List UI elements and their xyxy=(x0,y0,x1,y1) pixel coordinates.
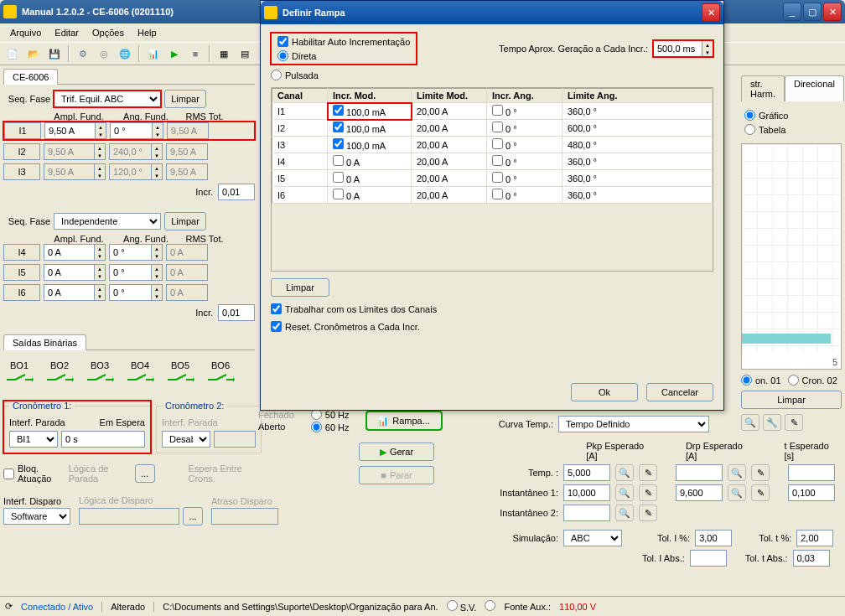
60hz-radio[interactable] xyxy=(311,422,322,432)
channel-i1-button[interactable]: I1 xyxy=(4,122,41,139)
bloq-checkbox[interactable] xyxy=(3,468,14,479)
inst1-input[interactable] xyxy=(563,484,610,501)
menu-opcoes[interactable]: Opções xyxy=(86,26,131,39)
save-icon[interactable]: 💾 xyxy=(45,44,64,63)
play-icon[interactable]: ▶ xyxy=(165,44,184,63)
incmod-checkbox[interactable] xyxy=(333,172,344,183)
channel-i3-button[interactable]: I3 xyxy=(3,163,40,180)
dialog-close-button[interactable]: ✕ xyxy=(702,3,720,22)
tesp-temp-input[interactable] xyxy=(788,464,835,481)
minimize-button[interactable]: _ xyxy=(783,3,801,21)
switch-open-icon[interactable] xyxy=(126,372,154,387)
direta-radio[interactable] xyxy=(277,50,288,61)
cron02-radio[interactable] xyxy=(788,375,799,386)
i6-ang-input[interactable] xyxy=(109,284,151,301)
logica-disparo-button[interactable]: ... xyxy=(183,507,203,525)
tol-t-abs-input[interactable] xyxy=(793,550,830,567)
drp-inst1-input[interactable] xyxy=(676,484,723,501)
reset-checkbox[interactable] xyxy=(271,321,282,332)
modal-limpar-button[interactable]: Limpar xyxy=(271,278,329,297)
tempo-gen-input[interactable] xyxy=(653,40,702,57)
i5-ampl-input[interactable] xyxy=(44,264,94,281)
i1-ampl-input[interactable] xyxy=(44,122,95,139)
limpar2-button[interactable]: Limpar xyxy=(164,212,206,230)
switch-open-icon[interactable] xyxy=(45,372,74,387)
bi1-select[interactable]: BI1 xyxy=(9,431,58,448)
drp-temp-input[interactable] xyxy=(676,464,723,481)
incang-checkbox[interactable] xyxy=(492,105,503,116)
globe-icon[interactable]: 🌐 xyxy=(116,44,134,63)
ok-button[interactable]: Ok xyxy=(571,383,638,401)
db-icon[interactable]: ◎ xyxy=(95,44,113,63)
switch-open-icon[interactable] xyxy=(206,372,235,387)
tol-i-input[interactable] xyxy=(695,530,732,546)
switch-open-icon[interactable] xyxy=(5,372,34,387)
tabela-radio[interactable] xyxy=(744,124,755,135)
channel-i6-button[interactable]: I6 xyxy=(3,284,40,301)
cancelar-button[interactable]: Cancelar xyxy=(646,383,713,401)
stack-icon[interactable]: ▤ xyxy=(236,44,254,63)
incang-checkbox[interactable] xyxy=(492,172,503,183)
i1-ang-input[interactable] xyxy=(110,122,152,139)
pulsada-radio[interactable] xyxy=(271,70,282,80)
incmod-checkbox[interactable] xyxy=(333,122,344,132)
maximize-button[interactable]: ▢ xyxy=(803,3,822,21)
temp-input[interactable] xyxy=(563,464,610,481)
software-select[interactable]: Software xyxy=(3,508,70,525)
device-icon[interactable]: ⚙ xyxy=(74,44,92,63)
incang-checkbox[interactable] xyxy=(492,138,503,149)
logica-parada-button[interactable]: ... xyxy=(135,464,155,483)
habilitar-checkbox[interactable] xyxy=(277,36,288,47)
tol-t-input[interactable] xyxy=(796,530,833,546)
window-icon[interactable]: ▦ xyxy=(215,44,233,63)
switch-open-icon[interactable] xyxy=(166,372,194,387)
incmod-checkbox[interactable] xyxy=(333,105,344,116)
rampa-button[interactable]: 📊Rampa... xyxy=(366,412,442,430)
seq-fase1-select[interactable]: Trif. Equil. ABC xyxy=(54,91,161,107)
tesp-inst1-input[interactable] xyxy=(788,484,835,501)
i5-ang-input[interactable] xyxy=(109,264,151,281)
incmod-checkbox[interactable] xyxy=(333,138,344,149)
spin-down[interactable]: ▼ xyxy=(96,131,106,138)
parar-button[interactable]: ■Parar xyxy=(359,466,434,484)
refresh-icon[interactable]: ⟳ xyxy=(5,601,13,612)
incmod-checkbox[interactable] xyxy=(333,189,344,199)
i4-ampl-input[interactable] xyxy=(44,244,94,261)
sv-radio[interactable] xyxy=(447,600,458,611)
channel-i5-button[interactable]: I5 xyxy=(3,264,40,281)
incmod-checkbox[interactable] xyxy=(333,155,344,166)
trabalhar-checkbox[interactable] xyxy=(271,303,282,314)
seq-fase2-select[interactable]: Independente xyxy=(54,213,161,230)
chart-icon[interactable]: 📊 xyxy=(144,44,163,63)
menu-editar[interactable]: Editar xyxy=(48,26,86,39)
desab-select[interactable]: Desab. xyxy=(162,431,210,448)
new-icon[interactable]: 📄 xyxy=(3,44,22,63)
i4-ang-input[interactable] xyxy=(109,244,151,261)
tab-direc[interactable]: Direcional xyxy=(785,75,844,101)
incang-checkbox[interactable] xyxy=(492,155,503,166)
channel-i4-button[interactable]: I4 xyxy=(3,244,40,261)
sv-radio2[interactable] xyxy=(485,600,495,611)
gerar-button[interactable]: ▶Gerar xyxy=(359,443,434,461)
incr1-input[interactable] xyxy=(218,184,255,200)
open-icon[interactable]: 📂 xyxy=(24,44,43,63)
brush-icon[interactable]: ✎ xyxy=(639,464,657,481)
switch-open-icon[interactable] xyxy=(86,372,114,387)
limpar1-button[interactable]: Limpar xyxy=(164,90,206,108)
tab-harm[interactable]: str. Harm. xyxy=(741,75,785,101)
tab-saidas[interactable]: Saídas Binárias xyxy=(3,334,86,350)
curva-temp-select[interactable]: Tempo Definido xyxy=(558,416,709,432)
grafico-radio[interactable] xyxy=(744,110,755,121)
inst2-input[interactable] xyxy=(563,505,610,521)
close-button[interactable]: ✕ xyxy=(823,3,842,21)
menu-help[interactable]: Help xyxy=(131,26,163,39)
tol-i-abs-input[interactable] xyxy=(690,550,727,567)
incr2-input[interactable] xyxy=(218,304,255,321)
menu-arquivo[interactable]: Arquivo xyxy=(3,26,48,39)
incang-checkbox[interactable] xyxy=(492,122,503,132)
i6-ampl-input[interactable] xyxy=(44,284,94,301)
sim-select[interactable]: ABC xyxy=(563,530,622,546)
cron1-time-input[interactable] xyxy=(61,431,145,448)
lens-icon[interactable]: 🔍 xyxy=(615,464,634,481)
tab-ce6006[interactable]: CE-6006 xyxy=(3,69,58,85)
